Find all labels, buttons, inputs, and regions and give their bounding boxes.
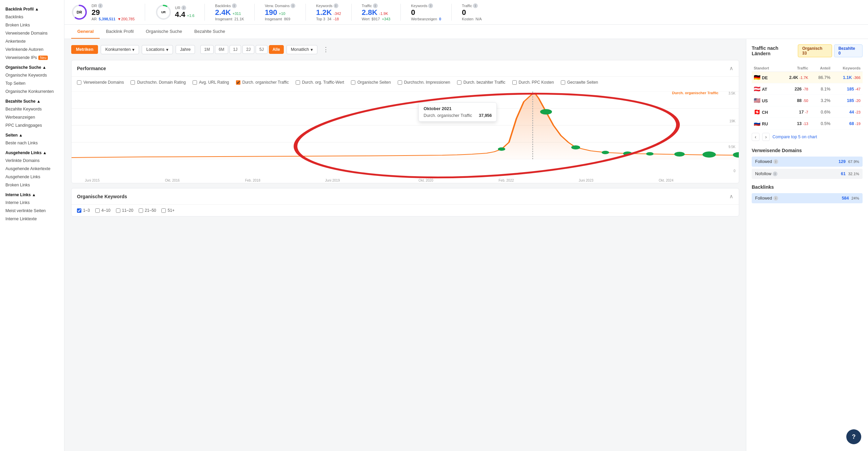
kw-cb-11-20[interactable]: 11–20 (116, 208, 133, 213)
traffic-value: 2.8K (362, 8, 377, 17)
sidebar-item-ankertexte[interactable]: Ankertexte (0, 37, 64, 45)
sidebar-section-interne[interactable]: Interne Links ▲ (0, 189, 64, 199)
nav-prev-button[interactable]: ‹ (752, 133, 760, 141)
datapoint-3[interactable] (571, 145, 580, 149)
organische-keywords-collapse[interactable]: ∧ (729, 193, 733, 200)
sidebar-section-seiten[interactable]: Seiten ▲ (0, 129, 64, 139)
sidebar-item-interne-linktexte[interactable]: Interne Linktexte (0, 215, 64, 223)
traffic-info-icon[interactable]: i (373, 3, 378, 8)
sidebar-item-org-keywords[interactable]: Organische Keywords (0, 71, 64, 79)
datapoint-2[interactable] (540, 109, 552, 115)
time-1j[interactable]: 1J (230, 45, 241, 54)
keywords2-info-icon[interactable]: i (428, 3, 433, 8)
performance-checkboxes: Verweisende Domains Durchschn. Domain Ra… (72, 77, 739, 88)
metriken-button[interactable]: Metriken (71, 45, 98, 54)
nav-next-button[interactable]: › (762, 133, 770, 141)
bl-followed-info-icon[interactable]: i (773, 196, 778, 201)
sidebar-item-verlinkte-domains[interactable]: Verlinkte Domains (0, 157, 64, 165)
bl-followed-label: Followed (755, 196, 772, 201)
keywords-info-icon[interactable]: i (334, 3, 338, 8)
ur-circle: UR (155, 4, 172, 20)
sidebar-item-bez-keywords[interactable]: Bezahlte Keywords (0, 105, 64, 113)
cb-traffic-wert[interactable]: Durch. org. Traffic-Wert (296, 80, 344, 85)
cb-org-traffic[interactable]: Durch. organischer Traffic (236, 80, 289, 85)
verweisende-domains-panel: Verweisende Domains Followed i 129 67.9%… (752, 148, 863, 179)
sidebar-item-verweisende-domains[interactable]: Verweisende Domains (0, 29, 64, 37)
flag-ch: 🇨🇭 (754, 109, 761, 115)
vd-nofollow-info-icon[interactable]: i (773, 171, 777, 176)
keywords-change: -342 (334, 12, 341, 16)
cb-bez-traffic[interactable]: Durch. bezahlter Traffic (457, 80, 506, 85)
sidebar-item-verweisende-ips[interactable]: Verweisende IPs Neu (0, 54, 64, 62)
performance-header: Performance ∧ (72, 60, 739, 77)
cb-impressionen[interactable]: Durchschn. Impressionen (398, 80, 450, 85)
traffic-tab-bezahlte[interactable]: Bezahlte 0 (834, 44, 863, 57)
time-6m[interactable]: 6M (215, 45, 228, 54)
traffic-tab-organic[interactable]: Organisch 33 (798, 44, 832, 57)
ur-info-icon[interactable]: i (181, 5, 186, 10)
kw-cb-1-3[interactable]: 1–3 (77, 208, 90, 213)
sidebar-item-verlinkende[interactable]: Verlinkende Autoren (0, 45, 64, 54)
cb-domain-rating[interactable]: Durchschn. Domain Rating (131, 80, 185, 85)
x-axis-label-5: Feb. 2022 (499, 179, 514, 182)
time-1m[interactable]: 1M (200, 45, 214, 54)
sidebar-item-meist-verlinkte[interactable]: Meist verlinkte Seiten (0, 207, 64, 215)
sidebar-section-backlink[interactable]: Backlink Profil ▲ (0, 3, 64, 13)
sidebar-section-bezahlte[interactable]: Bezahlte Suche ▲ (0, 96, 64, 105)
sidebar-item-beste-links[interactable]: Beste nach Links (0, 139, 64, 147)
backlinks-info-icon[interactable]: i (232, 3, 237, 8)
kw-val-2: 185 (847, 98, 854, 103)
sidebar-section-ausgehende[interactable]: Ausgehende Links ▲ (0, 147, 64, 157)
organische-keywords-header: Organische Keywords ∧ (72, 188, 739, 205)
datapoint-6[interactable] (646, 152, 654, 156)
sidebar-item-backlinks[interactable]: Backlinks (0, 13, 64, 21)
time-5j[interactable]: 5J (256, 45, 268, 54)
sidebar-item-broken-links[interactable]: Broken Links (0, 21, 64, 29)
more-options-button[interactable]: ⋮ (320, 44, 332, 55)
compare-top5-link[interactable]: Compare top 5 on chart (772, 135, 817, 139)
cb-url-rating[interactable]: Avg. URL Rating (193, 80, 229, 85)
dr-label: DR i (92, 3, 135, 8)
verw-domains-info-icon[interactable]: i (291, 3, 295, 8)
datapoint-7[interactable] (674, 152, 685, 157)
sidebar-item-ausg-broken[interactable]: Broken Links (0, 181, 64, 189)
jahre-button[interactable]: Jahre (176, 45, 195, 54)
traffic2-info-icon[interactable]: i (473, 3, 478, 8)
sidebar-item-interne-links[interactable]: Interne Links (0, 199, 64, 207)
kw-cb-21-50[interactable]: 21–50 (139, 208, 156, 213)
tab-bezahlte-suche[interactable]: Bezahlte Suche (188, 25, 231, 39)
time-2j[interactable]: 2J (242, 45, 254, 54)
sidebar-item-ppc[interactable]: PPC Landingpages (0, 121, 64, 129)
cb-ppc-kosten[interactable]: Durch. PPC Kosten (512, 80, 554, 85)
locations-button[interactable]: Locations ▾ (142, 45, 173, 54)
tab-backlink-profil[interactable]: Backlink Profil (100, 25, 140, 39)
cb-org-seiten[interactable]: Organische Seiten (351, 80, 391, 85)
cb-gecrawlte[interactable]: Gecrawlte Seiten (561, 80, 598, 85)
cb-verweisende-domains[interactable]: Verweisende Domains (77, 80, 124, 85)
traffic-label: Traffic i (362, 3, 378, 8)
sidebar-item-werbeanzeigen[interactable]: Werbeanzeigen (0, 113, 64, 121)
sidebar-item-ausg-links[interactable]: Ausgehende Links (0, 173, 64, 181)
datapoint-1[interactable] (498, 147, 505, 151)
sidebar-item-top-seiten[interactable]: Top Seiten (0, 79, 64, 87)
performance-collapse-button[interactable]: ∧ (729, 65, 733, 71)
datapoint-5[interactable] (623, 151, 632, 156)
datapoint-4[interactable] (601, 151, 609, 154)
time-alle[interactable]: Alle (269, 45, 284, 54)
sidebar-item-org-konkurrenten[interactable]: Organische Konkurrenten (0, 87, 64, 96)
datapoint-8[interactable] (703, 151, 716, 158)
monatlich-button[interactable]: Monatlich ▾ (287, 45, 318, 54)
sidebar-item-ausg-ankertexte[interactable]: Ausgehende Ankertexte (0, 165, 64, 173)
vd-followed-info-icon[interactable]: i (773, 159, 778, 164)
traffic-type-tabs: Organisch 33 Bezahlte 0 (798, 44, 863, 57)
dr-info-icon[interactable]: i (98, 3, 103, 8)
tab-organische-suche[interactable]: Organische Suche (140, 25, 188, 39)
sidebar-section-organische[interactable]: Organische Suche ▲ (0, 62, 64, 71)
pct-3: 0.6% (810, 106, 832, 118)
konkurrenten-button[interactable]: Konkurrenten ▾ (101, 45, 139, 54)
help-button[interactable]: ? (846, 429, 861, 444)
tab-general[interactable]: General (71, 25, 100, 39)
flag-de: 🇩🇪 (754, 75, 761, 80)
kw-cb-4-10[interactable]: 4–10 (95, 208, 111, 213)
kw-cb-51plus[interactable]: 51+ (161, 208, 174, 213)
